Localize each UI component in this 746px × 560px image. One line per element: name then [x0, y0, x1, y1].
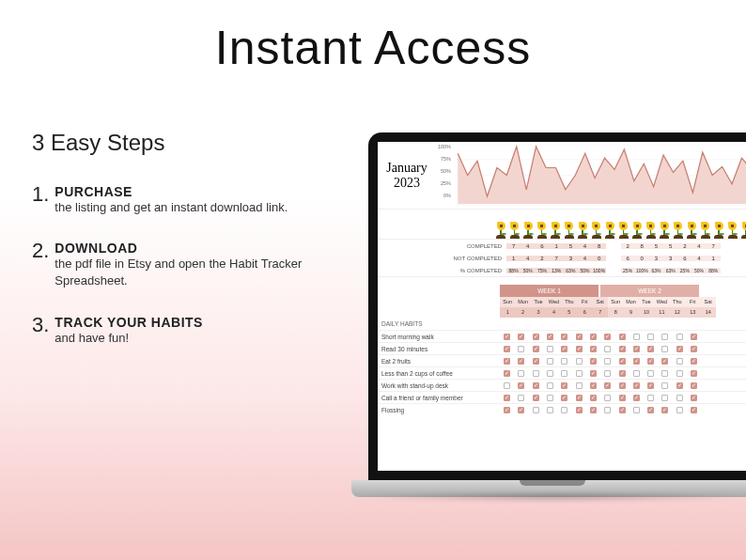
- habit-checkbox-cell[interactable]: [629, 370, 644, 377]
- habit-checkbox-cell[interactable]: [500, 407, 514, 413]
- habit-checkbox-cell[interactable]: [644, 407, 658, 413]
- habit-checkbox-cell[interactable]: [673, 346, 687, 352]
- habit-checkbox-cell[interactable]: [629, 334, 644, 340]
- habit-checkbox-cell[interactable]: [543, 407, 557, 413]
- habit-checkbox-cell[interactable]: [673, 370, 687, 377]
- habit-checkbox-cell[interactable]: [614, 334, 629, 340]
- habit-checkbox-cell[interactable]: [500, 370, 514, 377]
- habit-checkbox-cell[interactable]: [543, 358, 557, 365]
- habit-checkbox-cell[interactable]: [514, 407, 528, 413]
- habit-checkbox-cell[interactable]: [543, 346, 557, 352]
- habit-checkbox-cell[interactable]: [557, 346, 571, 352]
- habit-checkbox-cell[interactable]: [529, 358, 543, 365]
- habit-checkbox-cell[interactable]: [571, 395, 585, 401]
- habit-checkbox-cell[interactable]: [586, 358, 600, 365]
- habit-checkbox-cell[interactable]: [514, 370, 528, 377]
- habit-checkbox-cell[interactable]: [529, 382, 543, 389]
- habit-checkbox-cell[interactable]: [614, 346, 629, 352]
- habit-checkbox-cell[interactable]: [658, 370, 672, 377]
- habit-checkbox-cell[interactable]: [687, 407, 701, 413]
- habit-checkbox-cell[interactable]: [658, 395, 672, 401]
- habit-checkbox-cell[interactable]: [586, 370, 600, 377]
- habit-checkbox-cell[interactable]: [687, 395, 701, 401]
- habit-checkbox-cell[interactable]: [571, 346, 585, 352]
- habit-checkbox-cell[interactable]: [529, 407, 543, 413]
- habit-checkbox-cell[interactable]: [673, 334, 687, 340]
- habit-checkbox-cell[interactable]: [500, 346, 514, 352]
- habit-checkbox-cell[interactable]: [500, 395, 514, 401]
- habit-checkbox-cell[interactable]: [600, 382, 614, 389]
- habit-checkbox-cell[interactable]: [658, 334, 672, 340]
- habit-checkbox-cell[interactable]: [600, 358, 614, 365]
- habit-checkbox-cell[interactable]: [687, 382, 701, 389]
- habit-checkbox-cell[interactable]: [644, 358, 658, 365]
- habit-checkbox-cell[interactable]: [687, 334, 701, 340]
- habit-checkbox-cell[interactable]: [543, 334, 557, 340]
- habit-checkbox-cell[interactable]: [629, 346, 644, 352]
- habit-checkbox-cell[interactable]: [586, 382, 600, 389]
- habit-checkbox-cell[interactable]: [571, 370, 585, 377]
- habit-checkbox-cell[interactable]: [658, 358, 672, 365]
- habit-checkbox-cell[interactable]: [529, 370, 543, 377]
- habit-checkbox-cell[interactable]: [600, 346, 614, 352]
- habit-checkbox-cell[interactable]: [514, 346, 528, 352]
- habit-checkbox-cell[interactable]: [614, 382, 629, 389]
- habit-checkbox-cell[interactable]: [500, 358, 514, 365]
- habit-checkbox-cell[interactable]: [644, 382, 658, 389]
- habit-checkbox-cell[interactable]: [586, 334, 600, 340]
- habit-checkbox-cell[interactable]: [673, 407, 687, 413]
- habit-checkbox-cell[interactable]: [543, 370, 557, 377]
- habit-checkbox-cell[interactable]: [571, 407, 585, 413]
- habit-checkbox-cell[interactable]: [687, 358, 701, 365]
- habit-checkbox-cell[interactable]: [644, 346, 658, 352]
- habit-checkbox-cell[interactable]: [557, 370, 571, 377]
- habit-checkbox-cell[interactable]: [571, 382, 585, 389]
- habit-checkbox-cell[interactable]: [658, 346, 672, 352]
- habit-checkbox-cell[interactable]: [557, 395, 571, 401]
- habit-checkbox-cell[interactable]: [644, 395, 658, 401]
- habit-checkbox-cell[interactable]: [514, 358, 528, 365]
- habit-checkbox-cell[interactable]: [514, 382, 528, 389]
- habit-checkbox-cell[interactable]: [614, 358, 629, 365]
- habit-checkbox-cell[interactable]: [586, 407, 600, 413]
- habit-checkbox-cell[interactable]: [543, 382, 557, 389]
- habit-checkbox-cell[interactable]: [500, 334, 514, 340]
- habit-checkbox-cell[interactable]: [687, 346, 701, 352]
- habit-checkbox-cell[interactable]: [614, 407, 629, 413]
- habit-checkbox-cell[interactable]: [571, 358, 585, 365]
- habit-checkbox-cell[interactable]: [557, 358, 571, 365]
- habit-checkbox-cell[interactable]: [629, 358, 644, 365]
- habit-checkbox-cell[interactable]: [500, 382, 514, 389]
- habit-checkbox-cell[interactable]: [614, 370, 629, 377]
- habit-checkbox-cell[interactable]: [557, 407, 571, 413]
- habit-checkbox-cell[interactable]: [557, 382, 571, 389]
- habit-checkbox-cell[interactable]: [629, 382, 644, 389]
- habit-checkbox-cell[interactable]: [543, 395, 557, 401]
- habit-checkbox-cell[interactable]: [600, 395, 614, 401]
- habit-checkbox-cell[interactable]: [687, 370, 701, 377]
- habit-checkbox-cell[interactable]: [658, 382, 672, 389]
- habit-checkbox-cell[interactable]: [529, 346, 543, 352]
- habit-checkbox-cell[interactable]: [514, 334, 528, 340]
- habit-checkbox-cell[interactable]: [600, 407, 614, 413]
- habit-checkbox-cell[interactable]: [600, 370, 614, 377]
- habit-checkbox-cell[interactable]: [673, 395, 687, 401]
- habit-checkbox-cell[interactable]: [629, 395, 644, 401]
- habit-checkbox-cell[interactable]: [600, 334, 614, 340]
- habit-checkbox-cell[interactable]: [586, 395, 600, 401]
- habit-checkbox-cell[interactable]: [673, 358, 687, 365]
- habit-checkbox-cell[interactable]: [514, 395, 528, 401]
- habit-checkbox-cell[interactable]: [586, 346, 600, 352]
- habit-checkbox-cell[interactable]: [629, 407, 644, 413]
- habit-checkbox-cell[interactable]: [571, 334, 585, 340]
- habit-checkbox-cell[interactable]: [614, 395, 629, 401]
- habit-checkbox-cell[interactable]: [673, 382, 687, 389]
- habit-checkbox-cell[interactable]: [644, 370, 658, 377]
- habit-checkbox-cell[interactable]: [529, 395, 543, 401]
- habit-checkbox-cell[interactable]: [529, 334, 543, 340]
- habit-checkbox-cell[interactable]: [644, 334, 658, 340]
- habit-checkbox-cell[interactable]: [557, 334, 571, 340]
- checkbox-icon: [619, 358, 626, 365]
- habit-checkbox-cell[interactable]: [658, 407, 672, 413]
- habit-row: Flossing: [378, 403, 746, 415]
